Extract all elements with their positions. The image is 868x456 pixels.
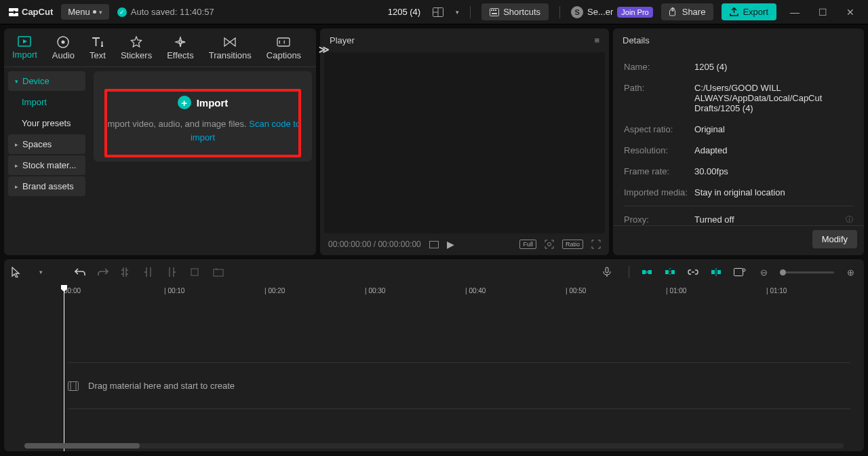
menu-button[interactable]: Menu ▾: [61, 4, 109, 20]
link-icon[interactable]: [688, 269, 701, 276]
app-logo: CapCut: [8, 7, 53, 18]
media-icon: [68, 381, 79, 391]
filter-spaces[interactable]: Spaces: [8, 134, 85, 154]
magnet-icon[interactable]: [642, 268, 655, 276]
label: Frame rate:: [624, 166, 694, 176]
tab-audio[interactable]: Audio: [51, 33, 76, 66]
tabs-more-icon[interactable]: ≫: [315, 43, 334, 56]
timeline-ruler[interactable]: 00:00 | 00:10 | 00:20 | 00:30 | 00:40 | …: [4, 285, 864, 301]
mic-icon[interactable]: [603, 267, 616, 278]
maximize-button[interactable]: ☐: [813, 7, 833, 18]
tab-stickers[interactable]: Stickers: [119, 33, 153, 66]
media-body: Device Import Your presets Spaces Stock …: [4, 67, 316, 255]
tab-import[interactable]: Import: [11, 33, 39, 66]
details-footer: Modify: [613, 225, 864, 255]
expand-icon[interactable]: [591, 240, 601, 249]
player-header: Player ≡: [320, 28, 609, 52]
align-icon[interactable]: [711, 267, 724, 277]
join-pro-badge[interactable]: Join Pro: [617, 7, 652, 18]
dropzone-text: Drag material here and start to create: [88, 381, 235, 391]
divider: [624, 206, 853, 206]
snap-icon[interactable]: [665, 267, 678, 277]
player-menu-icon[interactable]: ≡: [594, 35, 599, 45]
player-viewport[interactable]: [324, 52, 605, 233]
effects-tab-icon: [174, 36, 187, 48]
captions-tab-icon: [277, 36, 290, 48]
minimize-button[interactable]: —: [785, 7, 805, 18]
import-card[interactable]: + Import Import video, audio, and image …: [94, 71, 312, 162]
tab-captions[interactable]: Captions: [265, 33, 302, 66]
focus-icon[interactable]: [545, 240, 554, 249]
trim-left-icon[interactable]: [144, 267, 157, 278]
detail-row-path: Path:C:/Users/GOOD WILL ALWAYS/AppData/L…: [624, 77, 853, 119]
import-subtitle: Import video, audio, and image files. Sc…: [104, 117, 301, 144]
filter-label: Device: [22, 76, 50, 86]
autosave-status: ✓ Auto saved: 11:40:57: [117, 7, 214, 17]
zoom-slider[interactable]: [780, 271, 834, 273]
export-label: Export: [743, 7, 768, 17]
timeline-scrollbar[interactable]: [24, 443, 844, 449]
detail-row-imported: Imported media:Stay in original location: [624, 182, 853, 203]
app-name: CapCut: [22, 7, 53, 17]
audio-tab-icon: [56, 36, 70, 48]
close-button[interactable]: ✕: [841, 7, 860, 18]
avatar: S: [571, 6, 583, 18]
modify-button[interactable]: Modify: [812, 230, 857, 248]
tab-text[interactable]: Text: [88, 33, 107, 66]
svg-rect-7: [491, 10, 492, 11]
value: 30.00fps: [694, 166, 853, 176]
trim-right-icon[interactable]: [167, 267, 180, 278]
svg-point-15: [62, 41, 65, 44]
label: Path:: [624, 83, 694, 113]
play-button[interactable]: ▶: [447, 239, 454, 250]
value: Original: [694, 124, 853, 134]
preview-icon[interactable]: [734, 268, 747, 276]
label: Resolution:: [624, 145, 694, 155]
filter-device[interactable]: Device: [8, 71, 85, 91]
media-panel: Import Audio Text Stickers Effects Trans…: [4, 28, 316, 255]
playhead[interactable]: [64, 285, 64, 451]
value: Stay in original location: [694, 187, 853, 197]
filter-import[interactable]: Import: [8, 92, 85, 112]
layout-icon[interactable]: [429, 7, 448, 17]
crop-icon[interactable]: [190, 267, 203, 277]
shortcuts-button[interactable]: Shortcuts: [481, 3, 549, 20]
info-icon[interactable]: ⓘ: [846, 214, 853, 225]
layout-chevron-icon[interactable]: ▾: [456, 9, 459, 16]
full-button[interactable]: Full: [519, 240, 536, 249]
timeline-dropzone[interactable]: Drag material here and start to create: [68, 362, 850, 409]
split-icon[interactable]: [121, 267, 134, 278]
filter-label: Stock mater...: [22, 160, 76, 170]
tab-effects[interactable]: Effects: [165, 33, 195, 66]
undo-icon[interactable]: [75, 267, 88, 277]
zoom-in-icon[interactable]: ⊕: [844, 267, 857, 278]
filter-presets[interactable]: Your presets: [8, 113, 85, 133]
user-account[interactable]: S Se...er Join Pro: [571, 6, 653, 18]
share-button[interactable]: Share: [661, 3, 714, 20]
svg-rect-19: [191, 269, 198, 276]
export-button[interactable]: Export: [722, 3, 776, 20]
tab-transitions[interactable]: Transitions: [208, 33, 253, 66]
player-controls: 00:00:00:00 / 00:00:00:00 ▶ Full Ratio: [320, 233, 609, 255]
timeline[interactable]: 00:00 | 00:10 | 00:20 | 00:30 | 00:40 | …: [4, 285, 864, 451]
delete-icon[interactable]: [213, 267, 226, 277]
cursor-chevron-icon[interactable]: ▾: [34, 269, 47, 276]
zoom-out-icon[interactable]: ⊖: [757, 267, 770, 278]
filter-brand[interactable]: Brand assets: [8, 176, 85, 196]
redo-icon[interactable]: [98, 267, 111, 277]
menu-dot-icon: [93, 10, 96, 14]
ratio-button[interactable]: Ratio: [562, 240, 583, 249]
detail-row-framerate: Frame rate:30.00fps: [624, 161, 853, 182]
svg-rect-25: [646, 271, 648, 273]
svg-rect-8: [493, 10, 494, 11]
text-tab-icon: [91, 36, 104, 48]
tab-label: Text: [90, 50, 106, 60]
filter-stock[interactable]: Stock mater...: [8, 155, 85, 175]
tab-label: Audio: [52, 50, 75, 60]
label: Aspect ratio:: [624, 124, 694, 134]
scrollbar-thumb[interactable]: [24, 443, 140, 449]
cursor-tool-icon[interactable]: [11, 267, 24, 278]
resolution-icon[interactable]: [429, 241, 439, 248]
media-tabstrip: Import Audio Text Stickers Effects Trans…: [4, 28, 316, 67]
details-title: Details: [623, 35, 650, 45]
